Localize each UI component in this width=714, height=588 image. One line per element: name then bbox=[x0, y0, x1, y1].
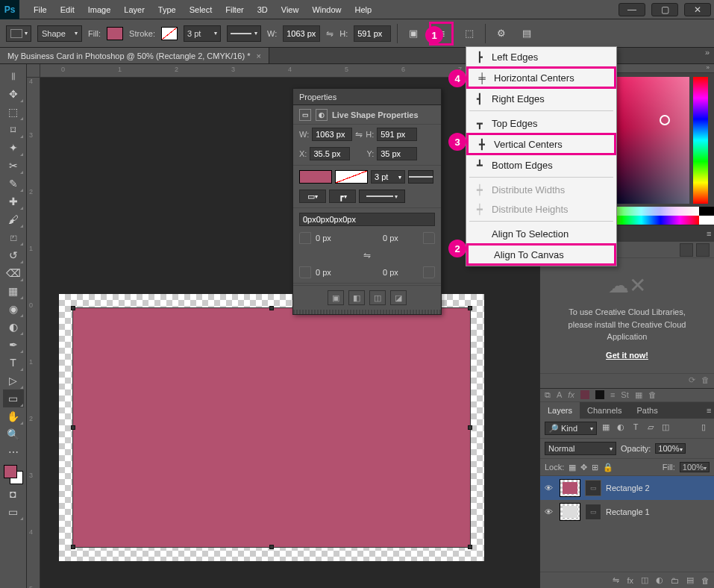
menu-filter[interactable]: Filter bbox=[219, 0, 250, 19]
expand-tool-icon[interactable]: ⦀ bbox=[3, 67, 24, 85]
magic-wand-tool[interactable]: ✦ bbox=[3, 139, 24, 157]
fg-bg-swatch[interactable] bbox=[3, 464, 24, 485]
document-canvas[interactable] bbox=[59, 294, 484, 561]
path-arrangement-icon[interactable]: ⬚ bbox=[460, 24, 479, 43]
opacity-field[interactable]: 100%▾ bbox=[655, 443, 685, 454]
history-brush-tool[interactable]: ↺ bbox=[3, 246, 24, 264]
eraser-tool[interactable]: ⌫ bbox=[3, 264, 24, 282]
lock-all-icon[interactable]: 🔒 bbox=[603, 463, 613, 472]
cap-style[interactable]: ▭▾ bbox=[299, 190, 326, 203]
filter-type-icon[interactable]: T bbox=[630, 422, 642, 434]
eyedropper-tool[interactable]: ✎ bbox=[3, 175, 24, 193]
properties-tab[interactable]: Properties bbox=[299, 93, 336, 101]
align-vertical-centers[interactable]: ╋Vertical Centers bbox=[466, 133, 616, 155]
corner-br-field[interactable]: 0 px bbox=[383, 268, 419, 277]
pen-tool[interactable]: ✒ bbox=[3, 336, 24, 354]
fill-opacity-field[interactable]: 100%▾ bbox=[680, 462, 710, 472]
menu-file[interactable]: File bbox=[27, 0, 54, 19]
dodge-tool[interactable]: ◐ bbox=[3, 318, 24, 336]
menu-type[interactable]: Type bbox=[151, 0, 183, 19]
mini-swatch[interactable] bbox=[580, 390, 589, 399]
link-size-icon[interactable]: ⇋ bbox=[355, 129, 363, 140]
align-bottom-edges[interactable]: ┻Bottom Edges bbox=[466, 155, 616, 175]
exclude-icon[interactable]: ◪ bbox=[390, 290, 407, 305]
brush-tool[interactable]: 🖌 bbox=[3, 210, 24, 228]
prop-h-field[interactable]: 591 px bbox=[377, 128, 417, 141]
menu-window[interactable]: Window bbox=[305, 0, 348, 19]
align-edges-icon[interactable]: ▤ bbox=[517, 24, 536, 43]
menu-select[interactable]: Select bbox=[183, 0, 219, 19]
filter-toggle[interactable]: ▯ bbox=[698, 422, 710, 434]
align-left-edges[interactable]: ┣Left Edges bbox=[466, 47, 616, 66]
adjust-icon[interactable]: ◐ bbox=[656, 575, 663, 585]
corner-style[interactable]: ┏▾ bbox=[329, 190, 356, 203]
crop-tool[interactable]: ✂ bbox=[3, 157, 24, 175]
vector-mask-thumb[interactable]: ▭ bbox=[585, 504, 601, 520]
trash-icon[interactable]: 🗑 bbox=[701, 576, 710, 585]
lock-position-icon[interactable]: ✥ bbox=[580, 463, 587, 472]
gear-icon[interactable]: ⚙ bbox=[492, 24, 511, 43]
menu-3d[interactable]: 3D bbox=[251, 0, 275, 19]
fill-swatch[interactable] bbox=[107, 27, 123, 40]
close-tab-icon[interactable]: × bbox=[256, 48, 260, 64]
maximize-button[interactable]: ▢ bbox=[651, 3, 678, 16]
align-to-selection[interactable]: Align To Selection bbox=[466, 224, 616, 243]
path-select-tool[interactable]: ▷ bbox=[3, 372, 24, 390]
layer-name[interactable]: Rectangle 1 bbox=[606, 507, 650, 516]
expand-tabs-icon[interactable]: » bbox=[701, 48, 714, 63]
edit-toolbar-icon[interactable]: ⋯ bbox=[3, 443, 24, 461]
combine-icon[interactable]: ▣ bbox=[328, 290, 344, 305]
align-top-edges[interactable]: ┳Top Edges bbox=[466, 113, 616, 133]
align-horizontal-centers[interactable]: ╪Horizontal Centers bbox=[466, 66, 616, 89]
blur-tool[interactable]: ◉ bbox=[3, 300, 24, 318]
panel-grip[interactable] bbox=[293, 310, 441, 314]
menu-layer[interactable]: Layer bbox=[117, 0, 151, 19]
rectangle-shape[interactable] bbox=[72, 307, 471, 548]
quickmask-icon[interactable]: ◘ bbox=[3, 485, 24, 503]
color-picker-ring[interactable] bbox=[660, 115, 670, 125]
mini-swatch2[interactable] bbox=[595, 390, 604, 399]
hue-slider[interactable] bbox=[693, 77, 708, 204]
tool-preset-picker[interactable]: ▾ bbox=[6, 25, 31, 42]
minimize-button[interactable]: — bbox=[619, 3, 645, 16]
stroke-width-field[interactable]: 3 pt▾ bbox=[184, 25, 221, 42]
blend-mode-select[interactable]: Normal▾ bbox=[545, 442, 616, 455]
stroke-style-select[interactable]: ▾ bbox=[227, 25, 261, 42]
filter-smart-icon[interactable]: ◫ bbox=[660, 422, 671, 434]
view-list-icon[interactable] bbox=[696, 243, 710, 257]
type-tool[interactable]: T bbox=[3, 354, 24, 372]
shape-mode-select[interactable]: Shape▾ bbox=[37, 25, 82, 42]
align-right-edges[interactable]: ┫Right Edges bbox=[466, 89, 616, 108]
layer-thumb[interactable] bbox=[560, 479, 580, 497]
visibility-icon[interactable]: 👁 bbox=[545, 507, 555, 516]
link-wh-icon[interactable]: ⇋ bbox=[326, 28, 333, 39]
corner-summary[interactable]: 0px0px0px0px bbox=[299, 213, 435, 226]
prop-w-field[interactable]: 1063 px bbox=[312, 128, 352, 141]
mask-icon[interactable]: ◫ bbox=[641, 575, 648, 585]
lib-trash-icon[interactable]: 🗑 bbox=[701, 375, 710, 387]
get-it-now-link[interactable]: Get it now! bbox=[548, 349, 707, 362]
corner-tr-field[interactable]: 0 px bbox=[383, 234, 419, 243]
group-icon[interactable]: 🗀 bbox=[671, 576, 679, 585]
layer-name[interactable]: Rectangle 2 bbox=[606, 484, 650, 492]
prop-stroke-style[interactable] bbox=[408, 170, 433, 184]
filter-kind-select[interactable]: 🔎Kind▾ bbox=[545, 422, 597, 435]
vector-mask-thumb[interactable]: ▭ bbox=[585, 480, 601, 496]
screen-mode-icon[interactable]: ▭ bbox=[3, 503, 24, 521]
align-to-canvas[interactable]: Align To Canvas bbox=[466, 243, 616, 266]
visibility-icon[interactable]: 👁 bbox=[545, 484, 555, 492]
menu-edit[interactable]: Edit bbox=[54, 0, 81, 19]
fx-icon[interactable]: fx bbox=[627, 576, 633, 585]
marquee-tool[interactable]: ⬚ bbox=[3, 103, 24, 121]
lib-sync-icon[interactable]: ⟳ bbox=[689, 375, 695, 387]
rectangle-tool[interactable]: ▭ bbox=[3, 390, 24, 407]
stamp-tool[interactable]: ⏍ bbox=[3, 228, 24, 246]
mini-tab-a[interactable]: ⧉ bbox=[545, 390, 551, 400]
corner-bl-field[interactable]: 0 px bbox=[316, 268, 351, 277]
tab-paths[interactable]: Paths bbox=[630, 402, 666, 419]
healing-tool[interactable]: ✚ bbox=[3, 193, 24, 210]
properties-panel[interactable]: Properties ▭ ◐ Live Shape Properties W: … bbox=[292, 88, 442, 315]
stroke-swatch[interactable] bbox=[161, 27, 178, 40]
prop-fill-swatch[interactable] bbox=[299, 170, 332, 184]
zoom-tool[interactable]: 🔍 bbox=[3, 425, 24, 443]
